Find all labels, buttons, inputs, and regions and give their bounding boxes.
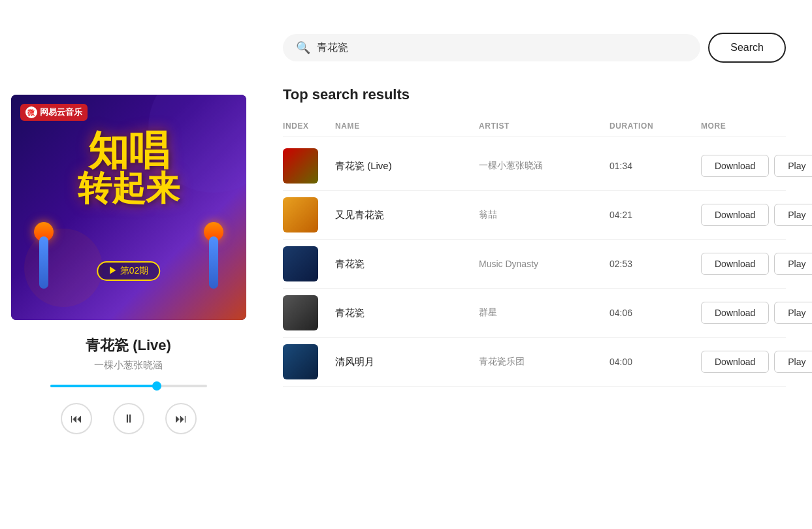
track-artist: 一棵小葱张晓涵 (94, 359, 163, 372)
play-button[interactable]: Play (774, 302, 812, 324)
track-index-cell (283, 344, 335, 379)
track-artist-cell: 青花瓷乐团 (479, 356, 609, 368)
search-icon: 🔍 (296, 40, 310, 55)
col-index: INDEX (283, 121, 335, 131)
track-duration-cell: 04:21 (609, 210, 701, 220)
progress-bar[interactable] (50, 385, 207, 387)
prev-button[interactable]: ⏮ (61, 403, 92, 434)
track-actions-cell: DownloadPlay (701, 155, 812, 177)
col-duration: DURATION (609, 121, 701, 131)
track-artist-cell: 翁喆 (479, 209, 609, 221)
track-thumbnail (283, 197, 318, 232)
track-actions-cell: DownloadPlay (701, 351, 812, 373)
results-title: Top search results (283, 86, 786, 103)
download-button[interactable]: Download (701, 351, 769, 373)
download-button[interactable]: Download (701, 302, 769, 324)
table-row: 青花瓷Music Dynasty02:53DownloadPlay (283, 240, 786, 289)
progress-thumb[interactable] (152, 381, 161, 391)
progress-fill (50, 385, 157, 387)
download-button[interactable]: Download (701, 155, 769, 177)
lamp-left (31, 222, 57, 300)
track-index-cell (283, 197, 335, 232)
track-thumbnail (283, 246, 318, 281)
track-duration-cell: 02:53 (609, 259, 701, 269)
next-button[interactable]: ⏭ (165, 403, 197, 434)
play-button[interactable]: Play (774, 253, 812, 275)
track-duration-cell: 04:06 (609, 308, 701, 318)
logo-text: 网易云音乐 (40, 106, 82, 118)
track-thumbnail (283, 344, 318, 379)
playback-controls: ⏮ ⏸ ⏭ (61, 403, 197, 434)
album-art: 微 网易云音乐 知唱 转起来 ▶ 第02期 (11, 95, 246, 320)
track-title: 青花瓷 (Live) (86, 336, 171, 355)
track-actions-cell: DownloadPlay (701, 253, 812, 275)
play-button[interactable]: Play (774, 204, 812, 226)
download-button[interactable]: Download (701, 204, 769, 226)
track-name-cell: 青花瓷 (335, 258, 479, 270)
table-row: 青花瓷 (Live)一棵小葱张晓涵01:34DownloadPlay (283, 142, 786, 191)
track-index-cell (283, 148, 335, 184)
album-title-overlay: 知唱 转起来 (11, 131, 246, 205)
search-button[interactable]: Search (708, 33, 786, 63)
search-bar: 🔍 Search (283, 33, 786, 63)
track-actions-cell: DownloadPlay (701, 204, 812, 226)
play-button[interactable]: Play (774, 351, 812, 373)
track-artist-cell: 群星 (479, 307, 609, 319)
download-button[interactable]: Download (701, 253, 769, 275)
table-row: 青花瓷群星04:06DownloadPlay (283, 289, 786, 338)
play-button[interactable]: Play (774, 155, 812, 177)
col-name: NAME (335, 121, 479, 131)
table-row: 清风明月青花瓷乐团04:00DownloadPlay (283, 338, 786, 387)
track-duration-cell: 04:00 (609, 357, 701, 367)
track-thumbnail (283, 295, 318, 330)
track-artist-cell: Music Dynasty (479, 259, 609, 269)
table-header: INDEX NAME ARTIST DURATION MORE (283, 116, 786, 136)
search-panel: 🔍 Search Top search results INDEX NAME A… (257, 0, 812, 529)
track-index-cell (283, 246, 335, 281)
player-panel: 微 网易云音乐 知唱 转起来 ▶ 第02期 青花瓷 (L (0, 0, 257, 529)
track-index-cell (283, 295, 335, 330)
col-artist: ARTIST (479, 121, 609, 131)
lamp-right (201, 222, 227, 300)
track-actions-cell: DownloadPlay (701, 302, 812, 324)
weibo-icon: 微 (25, 106, 37, 118)
episode-badge: ▶ 第02期 (97, 261, 160, 281)
track-name-cell: 青花瓷 (Live) (335, 160, 479, 172)
track-duration-cell: 01:34 (609, 161, 701, 171)
track-name-cell: 清风明月 (335, 356, 479, 368)
album-logo: 微 网易云音乐 (20, 104, 88, 121)
album-title-line2: 转起来 (11, 171, 246, 205)
table-row: 又见青花瓷翁喆04:21DownloadPlay (283, 191, 786, 240)
track-thumbnail (283, 148, 318, 184)
album-title-line1: 知唱 (11, 131, 246, 171)
track-name-cell: 青花瓷 (335, 307, 479, 319)
search-input-wrapper: 🔍 (283, 34, 700, 61)
col-more: MORE (701, 121, 786, 131)
track-name-cell: 又见青花瓷 (335, 209, 479, 221)
table-body: 青花瓷 (Live)一棵小葱张晓涵01:34DownloadPlay又见青花瓷翁… (283, 142, 786, 387)
track-artist-cell: 一棵小葱张晓涵 (479, 160, 609, 172)
pause-button[interactable]: ⏸ (113, 403, 144, 434)
search-input[interactable] (317, 42, 687, 54)
